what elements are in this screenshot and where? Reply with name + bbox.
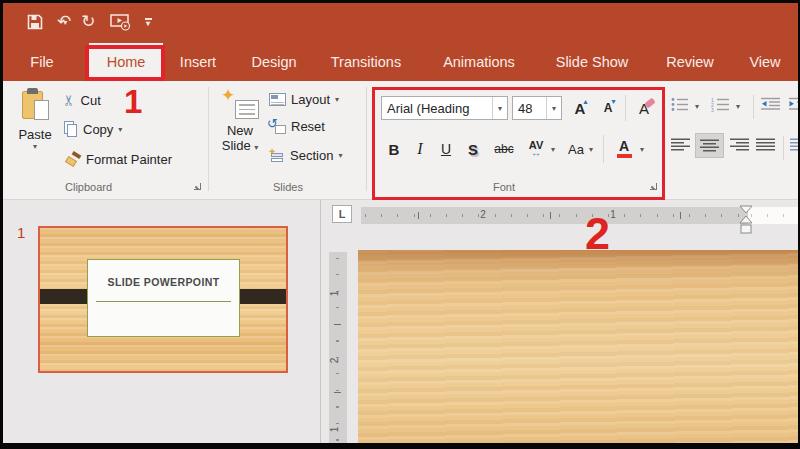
title-bar: ↶ ▾ ↻ ▾	[3, 3, 798, 43]
numbering-dropdown-icon[interactable]: ▾	[736, 102, 740, 111]
font-size-value: 48	[513, 101, 546, 116]
text-shadow-button[interactable]: S	[462, 136, 484, 162]
copy-button[interactable]: Copy ▾	[64, 121, 122, 137]
character-spacing-button[interactable]: AV↔	[523, 135, 549, 163]
group-divider	[664, 87, 665, 191]
grow-font-button[interactable]: A▲	[569, 96, 591, 120]
tab-review[interactable]: Review	[659, 43, 721, 81]
align-center-button[interactable]	[695, 133, 724, 158]
layout-icon	[269, 93, 286, 106]
slide-thumbnail[interactable]: SLIDE POWERPOINT	[38, 226, 288, 373]
paste-button[interactable]: Paste ▾	[11, 87, 59, 175]
align-right-button[interactable]	[730, 138, 750, 152]
change-case-button[interactable]: Aa	[563, 136, 589, 162]
format-painter-icon	[65, 153, 81, 167]
font-color-dropdown-icon[interactable]: ▾	[640, 145, 644, 154]
font-dialog-launcher-icon[interactable]	[648, 181, 659, 192]
columns-icon	[790, 138, 800, 152]
tab-slide-show[interactable]: Slide Show	[545, 43, 639, 81]
justify-button[interactable]	[756, 138, 776, 152]
horizontal-ruler[interactable]: 2 1	[361, 207, 748, 224]
slide-number: 1	[17, 224, 25, 241]
quick-access-toolbar: ↶ ▾ ↻ ▾	[27, 8, 152, 36]
font-size-combo[interactable]: 48 ▾	[512, 96, 562, 120]
decrease-indent-icon	[761, 97, 781, 111]
vruler-number: 1	[329, 427, 340, 433]
numbering-icon: 1 2 3	[711, 97, 730, 112]
increase-indent-button[interactable]	[789, 97, 800, 111]
change-case-dropdown-icon[interactable]: ▾	[589, 145, 593, 154]
cut-button[interactable]: ✂ Cut	[63, 91, 101, 109]
font-name-value: Arial (Heading	[382, 101, 492, 116]
new-slide-icon: ✦	[221, 87, 259, 119]
vruler-number: 2	[329, 358, 340, 364]
redo-icon[interactable]: ↻	[81, 8, 95, 36]
format-painter-button[interactable]: Format Painter	[65, 152, 172, 167]
customize-qat-icon[interactable]: ▾	[145, 18, 152, 26]
font-color-button[interactable]: A	[611, 134, 637, 164]
thumbnail-title-underline	[96, 301, 231, 302]
decrease-indent-button[interactable]	[761, 97, 781, 111]
align-right-icon	[730, 138, 750, 152]
group-divider	[366, 87, 367, 191]
underline-button[interactable]: U	[436, 136, 456, 162]
section-icon: ✦	[269, 149, 285, 163]
reset-button[interactable]: ↺ Reset	[269, 119, 325, 134]
section-dropdown-icon: ▾	[338, 151, 342, 160]
clear-formatting-button[interactable]: A	[631, 96, 657, 120]
numbering-button[interactable]: 1 2 3	[711, 97, 730, 112]
section-button[interactable]: ✦ Section ▾	[269, 148, 342, 163]
vertical-ruler[interactable]: 1 2 1	[329, 252, 347, 443]
bullets-button[interactable]	[671, 97, 689, 112]
bold-button[interactable]: B	[384, 136, 404, 162]
layout-button[interactable]: Layout ▾	[269, 92, 339, 107]
align-left-icon	[671, 138, 691, 152]
app-window: ↶ ▾ ↻ ▾ File Home Insert Design Transiti…	[0, 0, 800, 449]
reset-icon: ↺	[269, 120, 286, 134]
vruler-number: 1	[329, 291, 340, 297]
character-spacing-dropdown-icon[interactable]: ▾	[551, 145, 555, 154]
thumbnail-right-bar	[240, 289, 286, 304]
paste-label: Paste	[11, 127, 59, 142]
shrink-font-button[interactable]: A▼	[597, 96, 619, 120]
indent-marker[interactable]	[739, 205, 753, 235]
tab-stop-selector[interactable]: L	[332, 205, 352, 223]
copy-dropdown-icon: ▾	[118, 125, 122, 134]
font-name-dropdown-icon[interactable]: ▾	[492, 97, 507, 119]
font-color-swatch	[617, 154, 632, 158]
copy-icon	[64, 121, 78, 137]
italic-button[interactable]: I	[410, 136, 430, 162]
hruler-number: 2	[480, 209, 486, 220]
tab-animations[interactable]: Animations	[433, 43, 525, 81]
clipboard-group-label: Clipboard	[65, 181, 112, 193]
tab-home[interactable]: Home	[89, 43, 163, 81]
font-name-combo[interactable]: Arial (Heading ▾	[381, 96, 508, 120]
paste-dropdown-icon: ▾	[11, 142, 59, 151]
layout-dropdown-icon: ▾	[335, 95, 339, 104]
slides-group-label: Slides	[273, 181, 303, 193]
tab-design[interactable]: Design	[243, 43, 305, 81]
slide-canvas[interactable]	[358, 250, 798, 443]
clipboard-dialog-launcher-icon[interactable]	[192, 181, 203, 192]
ribbon: Paste ▾ ✂ Cut Copy ▾ Format Painter Clip…	[3, 81, 798, 200]
tab-file[interactable]: File	[19, 43, 65, 81]
columns-button[interactable]	[790, 138, 800, 152]
start-slideshow-icon[interactable]	[110, 14, 131, 31]
undo-dropdown-icon[interactable]: ▾	[63, 18, 67, 27]
new-slide-button[interactable]: ✦ New Slide ▾	[213, 87, 267, 175]
new-slide-label2: Slide ▾	[213, 138, 267, 153]
horizontal-ruler-margin	[748, 207, 798, 224]
tab-view[interactable]: View	[741, 43, 789, 81]
align-left-button[interactable]	[671, 138, 691, 152]
ribbon-tabs: File Home Insert Design Transitions Anim…	[3, 43, 798, 81]
font-size-dropdown-icon[interactable]: ▾	[546, 97, 561, 119]
tab-insert[interactable]: Insert	[171, 43, 225, 81]
bullets-icon	[671, 97, 689, 112]
bullets-dropdown-icon[interactable]: ▾	[695, 102, 699, 111]
workspace: 1 SLIDE POWERPOINT L 2 1	[3, 200, 798, 443]
panel-divider[interactable]	[320, 200, 321, 443]
align-center-icon	[700, 139, 720, 153]
save-icon[interactable]	[27, 14, 43, 30]
tab-transitions[interactable]: Transitions	[321, 43, 411, 81]
strikethrough-button[interactable]: abc	[490, 136, 518, 162]
